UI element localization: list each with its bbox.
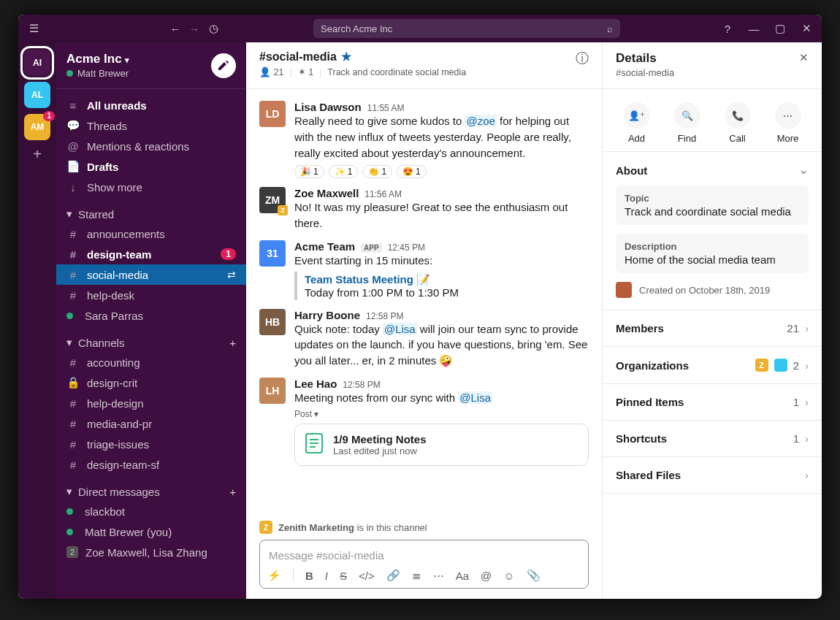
history-icon[interactable]: ◷ <box>207 22 220 35</box>
list-icon[interactable]: ≣ <box>412 569 421 582</box>
channel-name[interactable]: #social-media <box>259 50 337 64</box>
sidebar-item[interactable]: @Mentions & reactions <box>56 136 246 156</box>
sidebar-item[interactable]: ↓Show more <box>56 177 246 197</box>
details-row[interactable]: Shortcuts1› <box>603 421 822 457</box>
help-icon[interactable]: ? <box>721 22 734 35</box>
sidebar-item[interactable]: #design-team1 <box>56 244 246 264</box>
message-body: Quick note: today @Lisa will join our te… <box>294 321 589 369</box>
add-workspace-button[interactable]: + <box>33 146 42 163</box>
event-attachment[interactable]: Team Status Meeting 📝Today from 1:00 PM … <box>294 272 589 300</box>
workspace-tile[interactable]: AM1 <box>24 114 50 140</box>
hash-icon: # <box>66 459 80 471</box>
font-icon[interactable]: Aa <box>456 570 469 582</box>
reaction[interactable]: 🎉 1 <box>294 165 324 178</box>
reaction[interactable]: ✨ 1 <box>329 165 359 178</box>
sidebar-item[interactable]: 📄Drafts <box>56 156 246 177</box>
avatar[interactable]: ZMZ <box>259 187 286 213</box>
event-title[interactable]: Team Status Meeting <box>305 273 413 286</box>
members-icon[interactable]: 👤 21 <box>259 66 283 77</box>
chevron-down-icon[interactable]: ⌄ <box>799 164 809 177</box>
reaction[interactable]: 😍 1 <box>397 165 427 178</box>
maximize-icon[interactable]: ▢ <box>774 22 787 35</box>
sidebar-item[interactable]: #help-desk <box>56 285 246 305</box>
shared-icon[interactable]: ✶ 1 <box>298 66 313 77</box>
message-input[interactable] <box>267 546 581 569</box>
message-composer[interactable]: ⚡ B I S </> 🔗 ≣ ⋯ Aa @ ☺ 📎 <box>259 540 589 589</box>
avatar[interactable]: LH <box>259 378 286 404</box>
avatar[interactable]: HB <box>259 309 286 335</box>
message-author[interactable]: Lee Hao <box>294 378 337 390</box>
add-channel-icon[interactable]: + <box>229 337 236 349</box>
details-action-more[interactable]: ⋯More <box>775 102 801 144</box>
message-author[interactable]: Lisa Dawson <box>294 101 362 113</box>
sidebar-item[interactable]: #triage-issues <box>56 434 246 454</box>
channels-header[interactable]: ▾ Channels + <box>56 326 246 352</box>
details-action-call[interactable]: 📞Call <box>725 102 751 144</box>
strike-icon[interactable]: S <box>340 570 347 582</box>
workspace-tile[interactable]: AL <box>24 82 50 108</box>
details-action-find[interactable]: 🔍Find <box>674 102 700 144</box>
starred-header[interactable]: ▾ Starred <box>56 197 246 223</box>
lightning-icon[interactable]: ⚡ <box>267 569 281 582</box>
mention-icon[interactable]: @ <box>481 570 492 582</box>
caret-down-icon: ▾ <box>66 336 72 349</box>
sidebar-item[interactable]: ≡All unreads <box>56 95 246 115</box>
menu-icon[interactable]: ☰ <box>27 22 40 35</box>
topic-value[interactable]: Track and coordinate social media <box>625 205 800 218</box>
sidebar-item[interactable]: #announcements <box>56 223 246 244</box>
nav-forward-icon[interactable]: → <box>188 22 201 35</box>
reaction[interactable]: 👏 1 <box>362 165 392 178</box>
dm-header[interactable]: ▾ Direct messages + <box>56 475 246 501</box>
emoji-icon[interactable]: ☺ <box>503 570 514 582</box>
nav-back-icon[interactable]: ← <box>169 22 182 35</box>
link-icon[interactable]: 🔗 <box>386 569 400 582</box>
attach-icon[interactable]: 📎 <box>527 569 541 582</box>
post-label[interactable]: Post ▾ <box>294 409 589 419</box>
details-action-add[interactable]: 👤⁺Add <box>624 102 650 144</box>
search-input[interactable]: Search Acme Inc ⌕ <box>313 19 620 38</box>
attachment-title: 1/9 Meeting Notes <box>333 433 427 445</box>
message-author[interactable]: Zoe Maxwell <box>294 187 359 199</box>
compose-button[interactable] <box>211 53 236 78</box>
mention[interactable]: @Lisa <box>458 391 492 404</box>
add-dm-icon[interactable]: + <box>229 486 236 498</box>
avatar[interactable]: 31 <box>259 240 286 267</box>
italic-icon[interactable]: I <box>325 570 328 582</box>
item-label: All unreads <box>87 99 147 112</box>
sidebar-item[interactable]: #social-media⇄ <box>56 264 246 285</box>
sidebar-item[interactable]: 💬Threads <box>56 115 246 136</box>
close-icon[interactable]: ✕ <box>800 22 813 35</box>
sidebar-item[interactable]: Matt Brewer (you) <box>56 521 246 542</box>
section-label: Channels <box>78 337 124 349</box>
workspace-tile[interactable]: AI <box>24 50 50 76</box>
sidebar-item[interactable]: 🔒design-crit <box>56 372 246 393</box>
details-row[interactable]: Pinned Items1› <box>603 384 822 421</box>
post-attachment[interactable]: 1/9 Meeting NotesLast edited just now <box>294 424 589 466</box>
minimize-icon[interactable]: — <box>747 22 760 35</box>
sidebar-item[interactable]: #media-and-pr <box>56 413 246 434</box>
avatar[interactable]: LD <box>259 101 286 127</box>
mention[interactable]: @zoe <box>465 115 496 127</box>
sidebar-item[interactable]: #help-design <box>56 393 246 413</box>
sidebar-item[interactable]: #accounting <box>56 352 246 372</box>
bold-icon[interactable]: B <box>305 570 313 582</box>
sidebar-item[interactable]: 2Zoe Maxwell, Lisa Zhang <box>56 542 246 562</box>
close-details-icon[interactable]: ✕ <box>799 51 809 80</box>
channel-topic[interactable]: Track and coordinate social media <box>327 67 466 77</box>
more-format-icon[interactable]: ⋯ <box>433 569 444 582</box>
sidebar-item[interactable]: slackbot <box>56 501 246 521</box>
workspace-header[interactable]: Acme Inc ▾ Matt Brewer <box>56 42 246 89</box>
sidebar-item[interactable]: Sara Parras <box>56 305 246 326</box>
details-row[interactable]: Shared Files› <box>603 457 822 494</box>
mention[interactable]: @Lisa <box>383 323 417 335</box>
details-row[interactable]: OrganizationsZ2› <box>603 347 822 384</box>
details-row[interactable]: Members21› <box>603 310 822 347</box>
message-author[interactable]: Acme Team <box>294 240 355 253</box>
hash-icon: # <box>66 228 80 240</box>
code-icon[interactable]: </> <box>359 570 375 582</box>
description-value[interactable]: Home of the social media team <box>625 253 800 266</box>
message-author[interactable]: Harry Boone <box>294 309 360 321</box>
sidebar-item[interactable]: #design-team-sf <box>56 454 246 475</box>
star-icon[interactable]: ★ <box>341 50 351 64</box>
info-icon[interactable]: ⓘ <box>576 50 589 81</box>
